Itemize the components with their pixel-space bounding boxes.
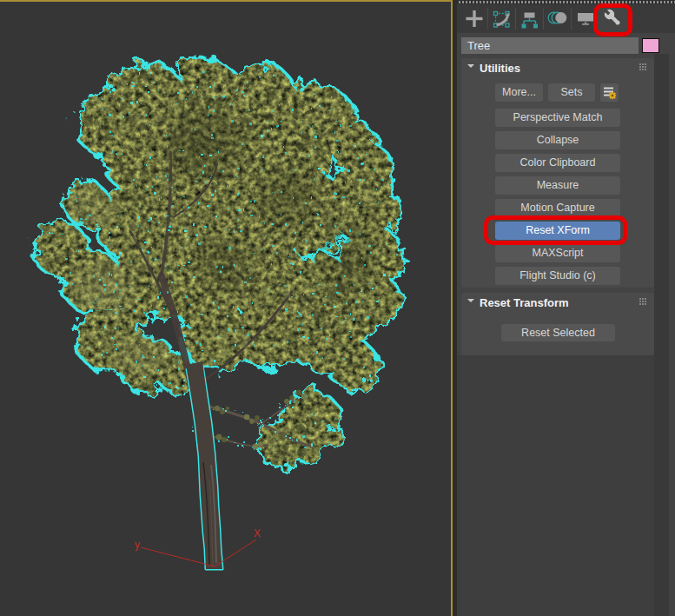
svg-text:y: y [135, 539, 140, 551]
svg-text:X: X [254, 527, 261, 540]
